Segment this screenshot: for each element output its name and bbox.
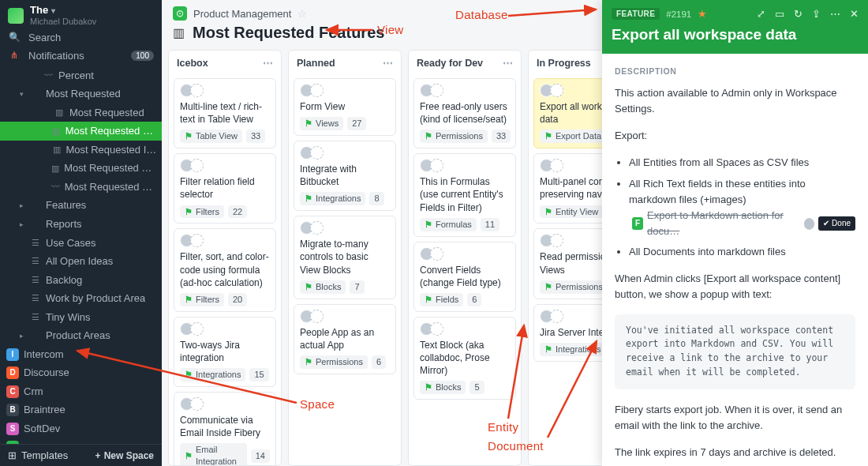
sidebar-item[interactable]: ▥Most Requested Insights bbox=[0, 141, 162, 160]
view-icon: 〰 bbox=[43, 70, 54, 81]
pulse-icon: ⋔ bbox=[8, 50, 21, 61]
sidebar-item[interactable]: ☰Tiny Wins bbox=[0, 308, 162, 327]
sidebar-item-label: Percent bbox=[58, 69, 94, 83]
avatar-placeholder-icon bbox=[550, 84, 563, 97]
card-avatars bbox=[300, 84, 390, 97]
card-title: Integrate with Bitbucket bbox=[300, 163, 390, 188]
column-title: In Progress bbox=[537, 58, 591, 69]
entity-card[interactable]: Two-ways Jira integration⚑Integrations15 bbox=[174, 317, 276, 387]
sidebar-item[interactable]: ▸Product Areas bbox=[0, 326, 162, 345]
linked-item-strike[interactable]: Export to Markdown action for docu… bbox=[647, 208, 800, 239]
tag-flag-icon: ⚑ bbox=[305, 118, 312, 130]
card-title: Migrate to-many controls to basic View B… bbox=[300, 238, 390, 276]
board-column: Planned⋯Form View⚑Views27Integrate with … bbox=[288, 50, 402, 466]
sidebar-item[interactable]: ▾Most Requested bbox=[0, 85, 162, 103]
feature-flag-icon: F bbox=[632, 217, 643, 230]
card-count: 6 bbox=[372, 355, 386, 369]
sidebar-space[interactable]: DDiscourse bbox=[0, 363, 162, 382]
card-tags: ⚑Filters22 bbox=[180, 205, 270, 219]
card-tag: ⚑Entity View bbox=[540, 205, 603, 219]
column-body: Multi-line text / rich-text in Table Vie… bbox=[169, 75, 281, 465]
entity-card[interactable]: People App as an actual App⚑Permissions6 bbox=[294, 304, 396, 374]
entity-card[interactable]: Free read-only users (kind of license/se… bbox=[413, 78, 516, 148]
sidebar-item[interactable]: 〰Most Requested by Product… bbox=[0, 178, 162, 197]
share-icon[interactable]: ⇪ bbox=[812, 8, 821, 20]
tag-flag-icon: ⚑ bbox=[305, 193, 312, 205]
list-item-text: All Rich Text fields in these entities i… bbox=[629, 178, 806, 205]
export-list: All Entities from all Spaces as CSV file… bbox=[629, 155, 855, 260]
card-title: This in Formulas (use current Entity's F… bbox=[420, 175, 510, 214]
column-menu-icon[interactable]: ⋯ bbox=[263, 57, 273, 69]
sidebar-space[interactable]: SSoftDev bbox=[0, 419, 162, 438]
sidebar-item[interactable]: ▥Most Requested Tiny Things bbox=[0, 159, 162, 178]
card-title: Free read-only users (kind of license/se… bbox=[420, 100, 510, 126]
sidebar-item[interactable]: ☰Backlog bbox=[0, 271, 162, 290]
detail-title: Export all workspace data bbox=[612, 26, 859, 44]
entity-card[interactable]: Convert Fields (change Field type)⚑Field… bbox=[413, 242, 516, 312]
tag-flag-icon: ⚑ bbox=[185, 294, 193, 306]
more-icon[interactable]: ⋯ bbox=[830, 8, 840, 20]
card-count: 22 bbox=[228, 205, 247, 219]
column-menu-icon[interactable]: ⋯ bbox=[503, 57, 513, 69]
avatar-placeholder-icon bbox=[310, 221, 324, 235]
sidebar-space[interactable]: CCrm bbox=[0, 382, 162, 401]
card-avatars bbox=[300, 146, 390, 160]
detail-paragraph: The link expires in 7 days and archive i… bbox=[615, 445, 855, 460]
card-avatars bbox=[300, 310, 390, 323]
card-title: People App as an actual App bbox=[300, 326, 390, 351]
entity-card[interactable]: This in Formulas (use current Entity's F… bbox=[413, 153, 516, 236]
favorite-star-icon[interactable]: ★ bbox=[698, 8, 707, 20]
entity-card[interactable]: Filter relation field selector⚑Filters22 bbox=[174, 153, 276, 224]
sidebar: The ▾ Michael Dubakov 🔍 Search ⋔ Notific… bbox=[0, 0, 162, 466]
avatar-icon bbox=[804, 218, 814, 230]
notifications-row[interactable]: ⋔ Notifications 100 bbox=[0, 47, 162, 65]
entity-card[interactable]: Communicate via Email Inside Fibery⚑Emai… bbox=[174, 392, 276, 465]
sidebar-item-label: Most Requested bbox=[46, 87, 121, 101]
sidebar-item[interactable]: ☰Work by Product Area bbox=[0, 289, 162, 308]
close-icon[interactable]: ✕ bbox=[850, 8, 859, 20]
sidebar-item[interactable]: ☰All Open Ideas bbox=[0, 252, 162, 271]
sidebar-space[interactable]: IIntercom bbox=[0, 345, 162, 364]
sidebar-space[interactable]: CCompetitor Analysis bbox=[0, 438, 162, 444]
sidebar-item[interactable]: ☰Use Cases bbox=[0, 234, 162, 253]
templates-button[interactable]: ⊞ Templates bbox=[8, 449, 68, 461]
caret-icon: ▸ bbox=[17, 201, 25, 210]
star-icon[interactable]: ☆ bbox=[297, 8, 307, 20]
workspace-switcher[interactable]: The ▾ Michael Dubakov bbox=[0, 0, 162, 28]
column-header: Ready for Dev⋯ bbox=[409, 51, 521, 75]
columns-icon[interactable]: ▭ bbox=[775, 8, 784, 20]
card-count: 20 bbox=[228, 293, 247, 306]
database-name[interactable]: Product Management bbox=[193, 8, 291, 20]
open-full-icon[interactable]: ⤢ bbox=[757, 8, 765, 20]
list-item: All Entities from all Spaces as CSV file… bbox=[629, 155, 855, 171]
card-tag: ⚑Permissions bbox=[420, 130, 488, 143]
entity-card[interactable]: Text Block (aka collabdoc, Prose Mirror)… bbox=[413, 317, 516, 400]
new-space-label: New Space bbox=[104, 450, 154, 461]
search-row[interactable]: 🔍 Search bbox=[0, 28, 162, 47]
history-icon[interactable]: ↻ bbox=[794, 8, 803, 20]
entity-card[interactable]: Multi-line text / rich-text in Table Vie… bbox=[174, 78, 276, 148]
sidebar-item-label: Work by Product Area bbox=[46, 291, 145, 306]
sidebar-item[interactable]: 〰Percent bbox=[0, 66, 162, 85]
space-label: Crm bbox=[24, 385, 43, 399]
column-title: Planned bbox=[297, 58, 335, 69]
entity-card[interactable]: Integrate with Bitbucket⚑Integrations8 bbox=[294, 141, 396, 211]
description-section-label: DESCRIPTION bbox=[615, 65, 855, 77]
tag-flag-icon: ⚑ bbox=[305, 281, 312, 293]
new-space-button[interactable]: + New Space bbox=[95, 450, 154, 461]
column-menu-icon[interactable]: ⋯ bbox=[383, 57, 393, 69]
space-icon: B bbox=[6, 404, 19, 416]
tag-flag-icon: ⚑ bbox=[185, 369, 193, 381]
sidebar-item[interactable]: ▥Most Requested bbox=[0, 103, 162, 122]
sidebar-item[interactable]: ▥Most Requested Features bbox=[0, 122, 162, 141]
entity-card[interactable]: Migrate to-many controls to basic View B… bbox=[294, 216, 396, 299]
sidebar-space[interactable]: BBraintree bbox=[0, 400, 162, 419]
tag-flag-icon: ⚑ bbox=[425, 130, 432, 142]
card-title: Two-ways Jira integration bbox=[180, 339, 270, 364]
entity-card[interactable]: Filter, sort, and color-code using formu… bbox=[174, 228, 276, 311]
sidebar-item[interactable]: ▸Reports bbox=[0, 215, 162, 234]
entity-card[interactable]: Form View⚑Views27 bbox=[294, 78, 396, 136]
page-title: Most Requested Features bbox=[193, 24, 384, 42]
avatar-placeholder-icon bbox=[310, 84, 324, 97]
sidebar-item[interactable]: ▸Features bbox=[0, 196, 162, 215]
